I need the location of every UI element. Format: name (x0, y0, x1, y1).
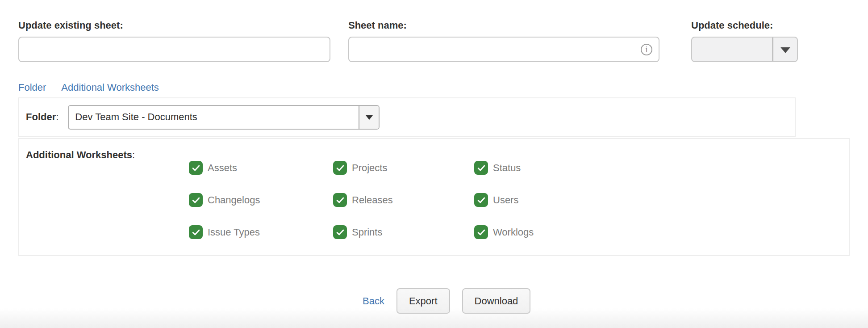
worksheet-label: Worklogs (493, 227, 534, 238)
worksheet-label: Issue Types (208, 227, 260, 238)
check-icon (476, 227, 486, 237)
check-icon (335, 227, 345, 237)
checkbox-checked-icon[interactable] (333, 161, 347, 175)
chevron-down-icon (366, 115, 373, 120)
download-button[interactable]: Download (462, 288, 531, 314)
worksheet-checkbox-item[interactable]: Issue Types (189, 225, 333, 239)
worksheet-label: Assets (208, 162, 237, 174)
worksheets-checkbox-grid: Assets Projects (189, 161, 617, 239)
update-schedule-select[interactable] (691, 37, 798, 62)
update-existing-sheet-input[interactable] (18, 37, 330, 62)
additional-worksheets-title: Additional Worksheets: (26, 149, 135, 161)
update-schedule-label: Update schedule: (691, 20, 798, 31)
folder-label: Folder: (26, 111, 58, 123)
footer-actions: Back Export Download (363, 288, 530, 314)
worksheet-label: Changelogs (208, 194, 260, 206)
worksheet-checkbox-item[interactable]: Sprints (333, 225, 474, 239)
tab-folder[interactable]: Folder (18, 82, 46, 93)
worksheet-label: Status (493, 162, 521, 174)
update-existing-sheet-label: Update existing sheet: (18, 20, 330, 31)
check-icon (476, 195, 486, 205)
checkbox-checked-icon[interactable] (474, 225, 488, 239)
worksheet-checkbox-item[interactable]: Status (474, 161, 617, 175)
checkbox-checked-icon[interactable] (189, 193, 203, 207)
sheet-name-input[interactable] (348, 37, 659, 62)
check-icon (335, 163, 345, 173)
chevron-down-icon (780, 47, 790, 53)
info-icon[interactable]: i (641, 44, 652, 55)
worksheet-checkbox-item[interactable]: Users (474, 193, 617, 207)
export-button[interactable]: Export (396, 288, 450, 314)
checkbox-checked-icon[interactable] (474, 193, 488, 207)
check-icon (191, 195, 201, 205)
worksheet-checkbox-item[interactable]: Releases (333, 193, 474, 207)
worksheet-checkbox-item[interactable]: Changelogs (189, 193, 333, 207)
tab-additional-worksheets[interactable]: Additional Worksheets (61, 82, 159, 93)
update-existing-sheet-field-group: Update existing sheet: (18, 20, 330, 62)
export-dialog: Update existing sheet: Sheet name: i Upd… (0, 0, 868, 328)
folder-dropdown-button[interactable] (359, 106, 379, 129)
worksheet-label: Releases (352, 194, 393, 206)
folder-selected-value: Dev Team Site - Documents (75, 111, 197, 123)
checkbox-checked-icon[interactable] (333, 193, 347, 207)
worksheet-checkbox-item[interactable]: Worklogs (474, 225, 617, 239)
checkbox-checked-icon[interactable] (189, 161, 203, 175)
check-icon (476, 163, 486, 173)
checkbox-checked-icon[interactable] (189, 225, 203, 239)
checkbox-checked-icon[interactable] (333, 225, 347, 239)
update-schedule-field-group: Update schedule: (691, 20, 798, 62)
check-icon (191, 227, 201, 237)
worksheet-label: Users (493, 194, 518, 206)
section-tabs: Folder Additional Worksheets (18, 82, 159, 93)
back-link[interactable]: Back (363, 295, 384, 307)
worksheet-label: Projects (352, 162, 387, 174)
sheet-name-label: Sheet name: (348, 20, 659, 31)
checkbox-checked-icon[interactable] (474, 161, 488, 175)
additional-worksheets-panel: Additional Worksheets: Assets (18, 138, 850, 256)
worksheet-checkbox-item[interactable]: Projects (333, 161, 474, 175)
worksheet-label: Sprints (352, 227, 382, 238)
folder-panel: Folder: Dev Team Site - Documents (18, 97, 796, 137)
sheet-name-field-group: Sheet name: i (348, 20, 659, 62)
check-icon (191, 163, 201, 173)
update-schedule-dropdown-button[interactable] (773, 38, 797, 61)
check-icon (335, 195, 345, 205)
folder-select[interactable]: Dev Team Site - Documents (68, 105, 380, 130)
worksheet-checkbox-item[interactable]: Assets (189, 161, 333, 175)
